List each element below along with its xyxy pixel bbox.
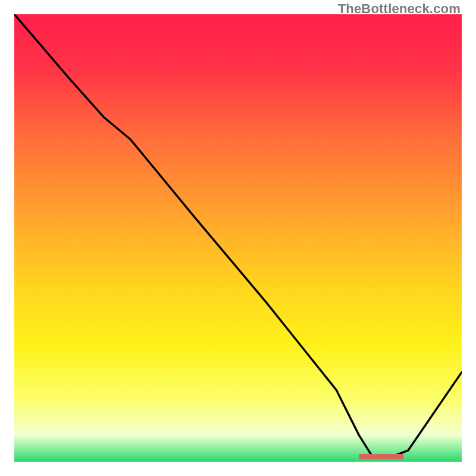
plot-area	[14, 14, 462, 462]
bottleneck-curve	[14, 14, 462, 462]
optimal-range-marker	[359, 454, 403, 459]
chart-canvas: TheBottleneck.com	[0, 0, 476, 476]
